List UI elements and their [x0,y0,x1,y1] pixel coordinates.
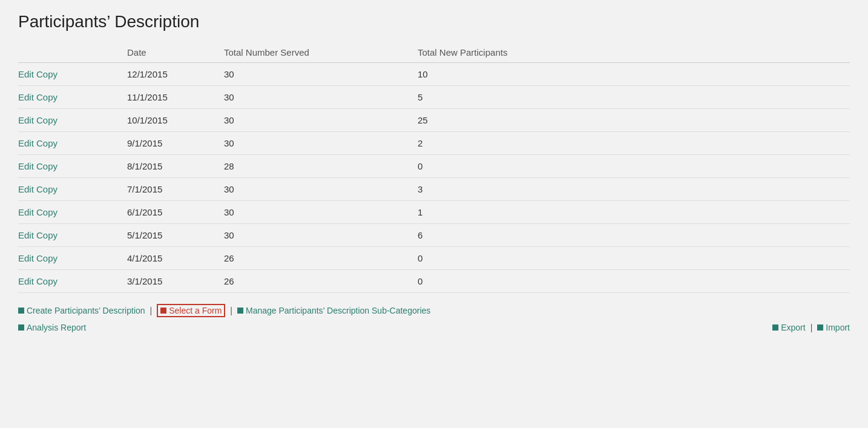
col-actions [18,42,127,63]
footer-link-import[interactable]: Import [817,323,850,332]
footer-separator: | [150,306,153,315]
cell-total-served: 30 [224,224,418,247]
table-row: Edit Copy11/1/2015305 [18,86,850,109]
footer-link-label: Manage Participants’ Description Sub-Cat… [246,306,430,315]
edit-copy-link[interactable]: Edit Copy [18,207,58,217]
cell-total-new: 0 [418,155,850,178]
cell-total-new: 6 [418,224,850,247]
participants-table: Date Total Number Served Total New Parti… [18,42,850,293]
cell-date: 11/1/2015 [127,86,224,109]
cell-date: 12/1/2015 [127,63,224,86]
cell-actions[interactable]: Edit Copy [18,178,127,201]
cell-actions[interactable]: Edit Copy [18,247,127,270]
cell-total-served: 26 [224,270,418,293]
footer-separator: | [810,323,813,332]
col-date: Date [127,42,224,63]
edit-copy-link[interactable]: Edit Copy [18,69,58,79]
cell-actions[interactable]: Edit Copy [18,201,127,224]
footer-active-icon [160,308,166,314]
cell-total-served: 26 [224,247,418,270]
footer-green-icon [817,324,823,331]
footer-links: Create Participants’ Description|Select … [18,304,850,333]
footer-link-select-a-form[interactable]: Select a Form [157,304,225,317]
cell-total-served: 30 [224,86,418,109]
table-row: Edit Copy3/1/2015260 [18,270,850,293]
table-header-row: Date Total Number Served Total New Parti… [18,42,850,63]
cell-date: 8/1/2015 [127,155,224,178]
footer-separator: | [230,306,232,315]
col-total-new: Total New Participants [418,42,850,63]
footer-link-create-participants-description[interactable]: Create Participants’ Description [18,306,145,315]
edit-copy-link[interactable]: Edit Copy [18,92,58,102]
footer-link-label: Import [826,323,850,332]
footer-green-icon [237,308,243,314]
cell-total-new: 25 [418,109,850,132]
table-row: Edit Copy9/1/2015302 [18,132,850,155]
edit-copy-link[interactable]: Edit Copy [18,161,58,171]
table-row: Edit Copy5/1/2015306 [18,224,850,247]
cell-actions[interactable]: Edit Copy [18,155,127,178]
cell-total-new: 0 [418,270,850,293]
cell-total-served: 30 [224,63,418,86]
cell-date: 5/1/2015 [127,224,224,247]
cell-date: 6/1/2015 [127,201,224,224]
cell-total-new: 2 [418,132,850,155]
table-row: Edit Copy10/1/20153025 [18,109,850,132]
footer-row-2: Analysis Report Export|Import [18,322,850,333]
cell-date: 9/1/2015 [127,132,224,155]
table-row: Edit Copy7/1/2015303 [18,178,850,201]
table-row: Edit Copy6/1/2015301 [18,201,850,224]
edit-copy-link[interactable]: Edit Copy [18,115,58,125]
footer-link-export[interactable]: Export [772,323,805,332]
cell-date: 3/1/2015 [127,270,224,293]
cell-total-served: 30 [224,132,418,155]
footer-row-1: Create Participants’ Description|Select … [18,304,850,317]
cell-total-new: 3 [418,178,850,201]
cell-actions[interactable]: Edit Copy [18,224,127,247]
edit-copy-link[interactable]: Edit Copy [18,184,58,194]
footer-green-icon [18,308,24,314]
cell-date: 10/1/2015 [127,109,224,132]
cell-total-new: 10 [418,63,850,86]
footer-green-icon [772,324,778,331]
cell-date: 7/1/2015 [127,178,224,201]
cell-total-served: 30 [224,201,418,224]
edit-copy-link[interactable]: Edit Copy [18,138,58,148]
col-total-served: Total Number Served [224,42,418,63]
analysis-report-link[interactable]: Analysis Report [18,323,86,332]
page-title: Participants’ Description [18,12,850,31]
footer-row-2-right: Export|Import [772,322,850,333]
table-row: Edit Copy4/1/2015260 [18,247,850,270]
footer-link-label: Analysis Report [27,323,86,332]
cell-total-new: 0 [418,247,850,270]
edit-copy-link[interactable]: Edit Copy [18,230,58,240]
cell-actions[interactable]: Edit Copy [18,109,127,132]
cell-actions[interactable]: Edit Copy [18,86,127,109]
cell-total-served: 28 [224,155,418,178]
footer-row-2-left: Analysis Report [18,322,86,333]
table-row: Edit Copy12/1/20153010 [18,63,850,86]
edit-copy-link[interactable]: Edit Copy [18,253,58,263]
footer-link-manage-participants-description-sub-categories[interactable]: Manage Participants’ Description Sub-Cat… [237,306,430,315]
cell-actions[interactable]: Edit Copy [18,63,127,86]
cell-actions[interactable]: Edit Copy [18,132,127,155]
edit-copy-link[interactable]: Edit Copy [18,276,58,286]
cell-total-new: 1 [418,201,850,224]
cell-total-served: 30 [224,178,418,201]
footer-link-label: Export [781,323,805,332]
footer-link-label: Select a Form [169,306,222,315]
cell-total-new: 5 [418,86,850,109]
cell-date: 4/1/2015 [127,247,224,270]
cell-total-served: 30 [224,109,418,132]
cell-actions[interactable]: Edit Copy [18,270,127,293]
footer-green-icon [18,324,24,331]
footer-link-label: Create Participants’ Description [27,306,145,315]
table-row: Edit Copy8/1/2015280 [18,155,850,178]
